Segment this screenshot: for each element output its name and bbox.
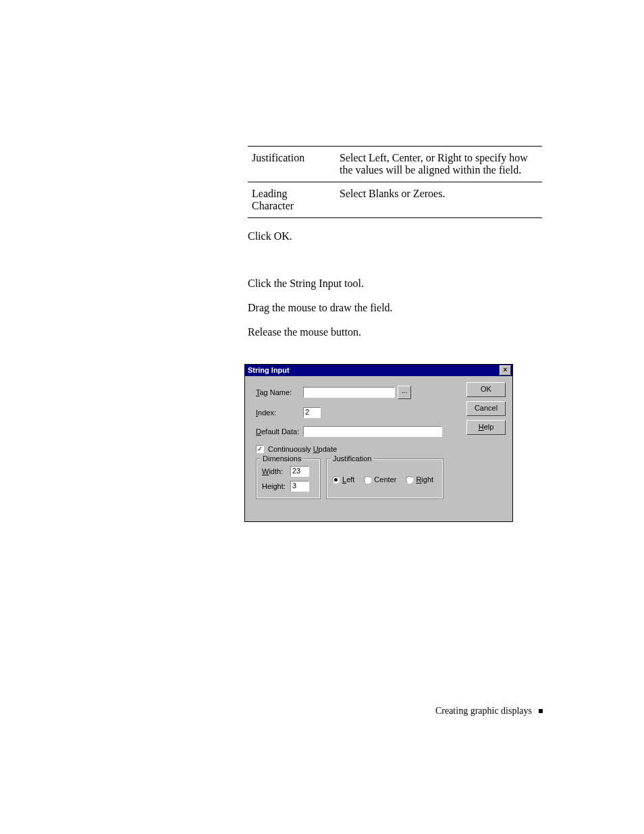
instruction-line: Click OK.: [248, 230, 542, 242]
option-desc: Select Blanks or Zeroes.: [336, 182, 542, 218]
continuous-update-label: Continuously Update: [268, 445, 337, 453]
height-label: Height:: [262, 482, 290, 490]
width-row: Width: 23: [262, 466, 315, 477]
close-icon[interactable]: ×: [500, 365, 511, 375]
radio-left-label: Left: [342, 475, 354, 484]
table-row: Justification Select Left, Center, or Ri…: [248, 147, 542, 182]
radio-right[interactable]: Right: [406, 475, 433, 484]
radio-left[interactable]: Left: [332, 475, 354, 484]
height-input[interactable]: 3: [290, 481, 309, 492]
ok-button[interactable]: OK: [466, 382, 506, 397]
options-table: Justification Select Left, Center, or Ri…: [248, 146, 542, 218]
groupboxes: Dimensions Width: 23 Height: 3 Justifica…: [256, 459, 504, 499]
default-data-input[interactable]: [303, 426, 442, 437]
width-label: Width:: [262, 467, 290, 475]
dialog-titlebar[interactable]: String Input ×: [245, 365, 512, 376]
instruction-line: Release the mouse button.: [248, 326, 542, 338]
dialog-title: String Input: [248, 365, 290, 376]
instruction-block: Click OK. Click the String Input tool. D…: [248, 230, 542, 338]
string-input-dialog: String Input × Tag Name: ... Index: 2 De…: [244, 364, 513, 522]
height-row: Height: 3: [262, 481, 315, 492]
justification-group: Justification Left Center Right: [326, 459, 444, 499]
instruction-line: Click the String Input tool.: [248, 278, 542, 290]
footer-bullet-icon: [539, 709, 543, 713]
option-name: Leading Character: [248, 182, 336, 218]
continuous-update-row[interactable]: ✓ Continuously Update: [256, 445, 504, 453]
dimensions-legend: Dimensions: [261, 454, 303, 463]
radio-icon[interactable]: [406, 476, 413, 484]
footer-text: Creating graphic displays: [435, 706, 532, 716]
radio-right-label: Right: [416, 475, 433, 484]
doc-content: Justification Select Left, Center, or Ri…: [248, 146, 542, 350]
page-footer: Creating graphic displays: [435, 706, 543, 716]
index-label: Index:: [256, 409, 303, 417]
radio-icon[interactable]: [364, 476, 371, 484]
radio-center-label: Center: [374, 475, 396, 484]
justification-legend: Justification: [331, 454, 373, 463]
index-input[interactable]: 2: [303, 407, 321, 418]
default-data-label: Default Data:: [256, 427, 303, 436]
help-button[interactable]: Help: [466, 420, 506, 435]
tag-name-input[interactable]: [303, 387, 395, 398]
dimensions-group: Dimensions Width: 23 Height: 3: [256, 459, 321, 499]
continuous-update-checkbox[interactable]: ✓: [256, 445, 264, 453]
width-input[interactable]: 23: [290, 466, 309, 477]
radio-center[interactable]: Center: [364, 475, 396, 484]
cancel-button[interactable]: Cancel: [466, 401, 506, 416]
dialog-button-column: OK Cancel Help: [466, 382, 506, 435]
option-name: Justification: [248, 147, 336, 182]
justification-radios: Left Center Right: [332, 475, 433, 484]
tag-name-label: Tag Name:: [256, 388, 303, 396]
radio-icon[interactable]: [332, 476, 340, 484]
table-row: Leading Character Select Blanks or Zeroe…: [248, 182, 542, 218]
browse-button[interactable]: ...: [398, 386, 411, 399]
instruction-line: Drag the mouse to draw the field.: [248, 302, 542, 314]
option-desc: Select Left, Center, or Right to specify…: [336, 147, 542, 182]
